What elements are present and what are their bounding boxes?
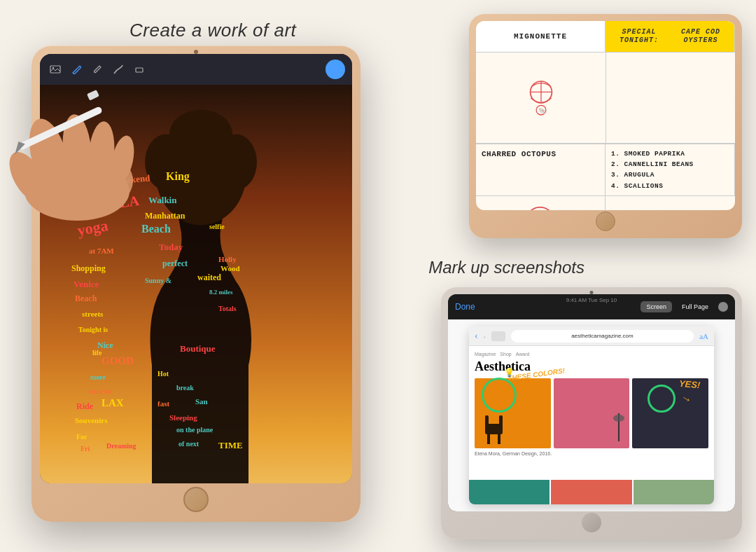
ingredients-empty [606, 196, 735, 210]
nav-magazine: Magazine [475, 352, 496, 357]
hand-pencil-area [0, 41, 168, 223]
inner-ipad: ‹ › aestheticamagazine.com aA Magazine S… [469, 326, 714, 504]
image-caption: Elena Mora, German Design, 2016. [475, 451, 708, 456]
ipad-home-button[interactable] [183, 487, 209, 512]
forward-button[interactable]: › [484, 333, 486, 340]
nav-award: Award [516, 352, 530, 357]
notes-screen: MIGNONETTE SPECIAL TONIGHT: CAPE COD OYS… [476, 21, 735, 210]
svg-text:Fri: Fri [80, 445, 90, 453]
svg-text:fast: fast [158, 399, 169, 408]
mignonette-sketch-svg: 🐚 [520, 77, 562, 119]
ipad-markup: Done 9:41 AM Tue Sep 10 Screen Full Page… [441, 287, 742, 539]
image-pink [554, 378, 630, 448]
svg-text:Totals: Totals [218, 305, 237, 312]
aa-button[interactable]: aA [699, 332, 708, 340]
lamp-icon [612, 410, 626, 445]
aesthetica-title: Aesthetica [475, 359, 708, 374]
aesthetica-content: Magazine Shop Award Aesthetica [469, 346, 714, 462]
svg-text:LAX: LAX [102, 397, 124, 408]
svg-point-81 [613, 415, 624, 422]
svg-text:Wood: Wood [220, 264, 240, 272]
svg-text:Venice: Venice [74, 279, 99, 289]
svg-text:sunrise: sunrise [89, 387, 113, 395]
hand-svg [0, 41, 168, 223]
image-orange [475, 378, 551, 448]
svg-text:Souvenirs: Souvenirs [75, 416, 108, 425]
strip-coral [551, 480, 631, 504]
svg-text:Holly: Holly [218, 255, 237, 263]
aesthetica-nav: Magazine Shop Award [475, 352, 708, 357]
svg-text:For: For [76, 433, 88, 441]
markup-screen: Done 9:41 AM Tue Sep 10 Screen Full Page… [448, 294, 735, 511]
svg-rect-79 [499, 415, 503, 428]
ingredients-cell: 1. SMOKED PAPRIKA 2. CANNELLINI BEANS 3.… [606, 144, 735, 195]
markup-action-buttons: Screen Full Page [640, 301, 728, 312]
markup-label: Mark up screenshots [428, 258, 584, 277]
svg-text:life: life [92, 349, 102, 357]
mignonette-sketch-cell: 🐚 [476, 53, 606, 143]
svg-text:Hot: Hot [158, 370, 169, 378]
svg-text:Ride: Ride [76, 401, 94, 411]
tab-icon[interactable] [491, 331, 505, 341]
svg-text:on the plane: on the plane [176, 426, 214, 434]
full-page-button[interactable]: Full Page [676, 301, 714, 312]
notes-ipad-home[interactable] [596, 212, 615, 231]
left-section: Create a work of art [0, 0, 399, 552]
svg-text:Sleeping: Sleeping [169, 413, 197, 422]
strip-teal [469, 480, 550, 504]
svg-text:streets: streets [82, 310, 104, 318]
svg-rect-77 [498, 434, 500, 444]
svg-text:at 7AM: at 7AM [89, 247, 114, 255]
svg-point-24 [169, 110, 232, 159]
svg-text:break: break [176, 384, 194, 392]
svg-text:perfect: perfect [162, 258, 188, 268]
svg-text:Beach: Beach [141, 223, 171, 235]
svg-rect-76 [487, 434, 490, 444]
svg-text:more: more [90, 373, 106, 381]
special-tonight-header: SPECIAL TONIGHT: CAPE COD OYSTERS [606, 21, 735, 52]
svg-text:selfie: selfie [209, 223, 225, 230]
notes-header-row: MIGNONETTE SPECIAL TONIGHT: CAPE COD OYS… [476, 21, 735, 53]
create-label: Create a work of art [130, 20, 296, 41]
screen-button[interactable]: Screen [640, 301, 672, 312]
svg-text:8.2 miles: 8.2 miles [209, 289, 233, 296]
svg-rect-9 [87, 90, 99, 100]
octopus-sketch-row [476, 196, 735, 210]
octopus-sketch-cell [476, 196, 606, 210]
charred-octopus-cell: CHARRED OCTOPUS [476, 144, 606, 195]
svg-text:GOOD: GOOD [102, 355, 134, 366]
nav-shop: Shop [500, 352, 511, 357]
browser-bar: ‹ › aestheticamagazine.com aA [469, 326, 714, 346]
svg-point-72 [528, 207, 552, 210]
svg-text:🐚: 🐚 [538, 106, 545, 114]
done-button[interactable]: Done [455, 302, 475, 312]
notes-content: MIGNONETTE SPECIAL TONIGHT: CAPE COD OYS… [476, 21, 735, 210]
svg-point-6 [24, 162, 130, 221]
back-button[interactable]: ‹ [475, 331, 478, 342]
image-dark [632, 378, 708, 448]
svg-text:Sunny &: Sunny & [145, 277, 172, 284]
charred-octopus-row: CHARRED OCTOPUS 1. SMOKED PAPRIKA 2. CAN… [476, 144, 735, 196]
ipad-notes: MIGNONETTE SPECIAL TONIGHT: CAPE COD OYS… [469, 14, 742, 238]
svg-text:King: King [166, 170, 190, 183]
markup-ipad-home[interactable] [582, 513, 601, 532]
svg-rect-78 [485, 415, 489, 428]
strip-sage [634, 480, 714, 504]
octopus-sketch-svg [519, 202, 561, 210]
svg-text:Dreaming: Dreaming [106, 442, 136, 450]
chair-icon [482, 410, 506, 445]
color-dot[interactable] [718, 302, 728, 312]
svg-text:San: San [195, 397, 208, 406]
svg-text:waited: waited [197, 272, 221, 282]
aesthetica-images [475, 378, 708, 448]
svg-text:Tonight is: Tonight is [78, 326, 108, 333]
url-bar[interactable]: aestheticamagazine.com [511, 330, 694, 343]
bottom-strip [469, 480, 714, 504]
markup-canvas: ‹ › aestheticamagazine.com aA Magazine S… [448, 319, 735, 511]
svg-text:Boutique: Boutique [180, 343, 216, 354]
markup-toolbar: Done 9:41 AM Tue Sep 10 Screen Full Page [448, 294, 735, 319]
markup-time: 9:41 AM Tue Sep 10 [566, 297, 617, 303]
color-picker[interactable] [326, 60, 345, 79]
svg-text:Shopping: Shopping [71, 263, 106, 273]
svg-text:of next: of next [178, 440, 200, 448]
